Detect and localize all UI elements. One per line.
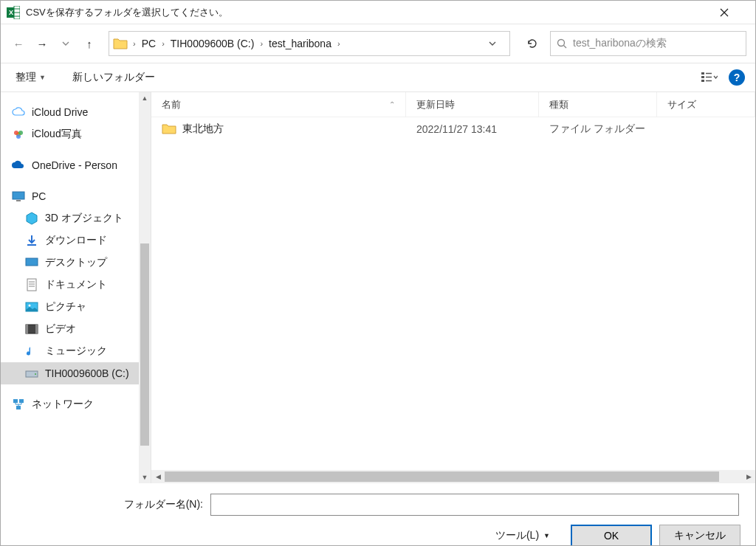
chevron-right-icon: › bbox=[258, 39, 264, 48]
file-row[interactable]: 東北地方 2022/11/27 13:41 ファイル フォルダー bbox=[151, 117, 755, 141]
sidebar-item-desktop[interactable]: デスクトップ bbox=[1, 252, 141, 274]
footer: フォルダー名(N): ツール(L) ▼ OK キャンセル bbox=[1, 483, 755, 546]
cloud-icon bbox=[11, 105, 26, 120]
col-size[interactable]: サイズ bbox=[657, 92, 755, 117]
photos-icon bbox=[11, 127, 26, 142]
sidebar-item-documents[interactable]: ドキュメント bbox=[1, 274, 141, 296]
svg-line-9 bbox=[564, 46, 567, 49]
svg-rect-37 bbox=[16, 406, 21, 410]
sidebar-item-drive-c[interactable]: TIH0009600B (C:) bbox=[1, 362, 141, 384]
folder-icon bbox=[112, 35, 128, 52]
col-date[interactable]: 更新日時 bbox=[406, 92, 539, 117]
address-bar[interactable]: › PC › TIH0009600B (C:) › test_haribona … bbox=[109, 31, 510, 56]
sidebar-item-label: デスクトップ bbox=[45, 256, 107, 269]
recent-dropdown[interactable] bbox=[57, 35, 75, 52]
scroll-left-icon[interactable]: ◀ bbox=[151, 473, 165, 480]
onedrive-icon bbox=[11, 158, 26, 173]
sidebar-item-label: ピクチャ bbox=[45, 300, 86, 314]
search-icon bbox=[557, 38, 567, 49]
sidebar-item-onedrive[interactable]: OneDrive - Person bbox=[1, 154, 141, 176]
sidebar-item-label: OneDrive - Person bbox=[32, 159, 117, 171]
forward-button[interactable]: → bbox=[33, 35, 51, 52]
window-title: CSVを保存するフォルダを選択してください。 bbox=[26, 6, 720, 19]
svg-text:X: X bbox=[9, 9, 13, 16]
breadcrumb-folder[interactable]: test_haribona bbox=[264, 35, 336, 52]
horizontal-scrollbar[interactable]: ◀ ▶ bbox=[151, 470, 755, 483]
sidebar-item-icloud-drive[interactable]: iCloud Drive bbox=[1, 101, 141, 123]
close-button[interactable] bbox=[720, 8, 749, 17]
sidebar-item-videos[interactable]: ビデオ bbox=[1, 318, 141, 340]
scroll-right-icon[interactable]: ▶ bbox=[742, 473, 755, 480]
svg-rect-20 bbox=[13, 192, 24, 199]
chevron-right-icon: › bbox=[131, 39, 137, 48]
new-folder-button[interactable]: 新しいフォルダー bbox=[68, 68, 159, 87]
chevron-down-icon: ▼ bbox=[39, 74, 46, 81]
sidebar-scrollbar[interactable]: ▲ ▼ bbox=[139, 92, 151, 483]
folder-name-input[interactable] bbox=[210, 494, 739, 516]
svg-rect-12 bbox=[701, 80, 704, 82]
sidebar-item-3d-objects[interactable]: 3D オブジェクト bbox=[1, 207, 141, 229]
address-dropdown[interactable] bbox=[489, 40, 506, 47]
sidebar-item-label: ネットワーク bbox=[32, 398, 94, 411]
svg-point-17 bbox=[14, 131, 18, 135]
sidebar-item-label: iCloud Drive bbox=[32, 106, 88, 118]
sidebar-item-label: ダウンロード bbox=[45, 234, 107, 247]
up-button[interactable]: ↑ bbox=[80, 35, 98, 52]
sidebar-item-icloud-photos[interactable]: iCloud写真 bbox=[1, 123, 141, 145]
sidebar-item-label: 3D オブジェクト bbox=[45, 212, 123, 225]
body: iCloud Drive iCloud写真 OneDrive - Person … bbox=[1, 92, 755, 483]
desktop-icon bbox=[24, 255, 39, 270]
help-button[interactable]: ? bbox=[729, 69, 745, 86]
file-type: ファイル フォルダー bbox=[539, 122, 657, 136]
drive-icon bbox=[24, 366, 39, 381]
document-icon bbox=[24, 277, 39, 292]
refresh-button[interactable] bbox=[520, 32, 544, 55]
sidebar-item-label: ドキュメント bbox=[45, 278, 107, 291]
chevron-right-icon: › bbox=[160, 39, 166, 48]
sidebar-item-network[interactable]: ネットワーク bbox=[1, 393, 141, 415]
svg-rect-24 bbox=[27, 279, 36, 291]
scroll-up-icon[interactable]: ▲ bbox=[139, 92, 151, 104]
col-name[interactable]: 名前⌃ bbox=[151, 92, 406, 117]
chevron-right-icon: › bbox=[336, 39, 342, 48]
3d-icon bbox=[24, 211, 39, 226]
svg-point-29 bbox=[29, 305, 31, 307]
sidebar-item-label: iCloud写真 bbox=[32, 128, 82, 141]
pc-icon bbox=[11, 189, 26, 204]
sidebar-item-pictures[interactable]: ピクチャ bbox=[1, 296, 141, 318]
sidebar-item-music[interactable]: ミュージック bbox=[1, 340, 141, 362]
breadcrumb-drive[interactable]: TIH0009600B (C:) bbox=[166, 35, 259, 52]
video-icon bbox=[24, 322, 39, 336]
ok-button[interactable]: OK bbox=[571, 525, 652, 546]
svg-point-18 bbox=[18, 131, 23, 135]
sidebar-item-label: TIH0009600B (C:) bbox=[45, 367, 129, 379]
svg-rect-10 bbox=[701, 72, 704, 75]
svg-rect-32 bbox=[35, 325, 38, 334]
col-type[interactable]: 種類 bbox=[539, 92, 657, 117]
svg-rect-21 bbox=[16, 200, 21, 201]
sidebar-item-label: PC bbox=[32, 190, 46, 202]
toolbar: 整理 ▼ 新しいフォルダー ? bbox=[1, 63, 755, 92]
scroll-down-icon[interactable]: ▼ bbox=[139, 471, 151, 483]
back-button[interactable]: ← bbox=[10, 35, 27, 52]
breadcrumb-pc[interactable]: PC bbox=[137, 35, 160, 52]
tools-dropdown[interactable]: ツール(L) ▼ bbox=[495, 529, 550, 542]
sidebar: iCloud Drive iCloud写真 OneDrive - Person … bbox=[1, 92, 151, 483]
svg-rect-31 bbox=[26, 325, 28, 334]
chevron-down-icon: ▼ bbox=[543, 532, 550, 539]
file-pane: 名前⌃ 更新日時 種類 サイズ 東北地方 2022/11/27 13:41 ファ… bbox=[151, 92, 755, 483]
svg-rect-35 bbox=[13, 399, 18, 403]
file-date: 2022/11/27 13:41 bbox=[406, 123, 539, 135]
organize-label: 整理 bbox=[16, 71, 36, 84]
file-list[interactable]: 東北地方 2022/11/27 13:41 ファイル フォルダー bbox=[151, 117, 755, 470]
network-icon bbox=[11, 397, 26, 412]
organize-button[interactable]: 整理 ▼ bbox=[11, 68, 50, 87]
search-input[interactable]: test_haribonaの検索 bbox=[550, 31, 746, 56]
sidebar-item-pc[interactable]: PC bbox=[1, 185, 141, 207]
pictures-icon bbox=[24, 300, 39, 314]
view-options-button[interactable] bbox=[698, 72, 721, 83]
column-headers: 名前⌃ 更新日時 種類 サイズ bbox=[151, 92, 755, 117]
cancel-button[interactable]: キャンセル bbox=[659, 525, 740, 546]
sidebar-item-downloads[interactable]: ダウンロード bbox=[1, 229, 141, 252]
sidebar-item-label: ビデオ bbox=[45, 322, 76, 336]
